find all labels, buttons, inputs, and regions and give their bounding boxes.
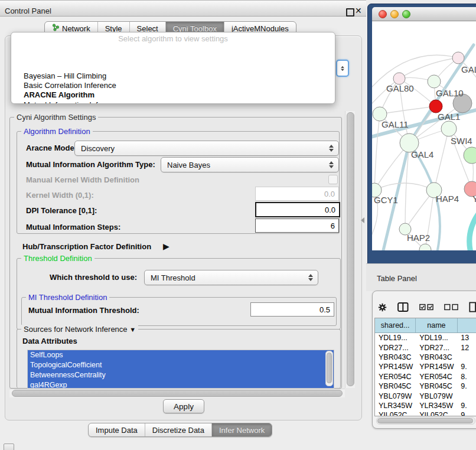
table-horizontal-scrollbar[interactable] [376, 417, 475, 425]
node-label: GCY1 [374, 195, 398, 205]
mi-threshold-label: Mutual Information Threshold: [28, 306, 139, 315]
node-label: HAP4 [436, 194, 459, 204]
table-body: YDL19...YDL19...13YDR27...YDR27...12YBR0… [375, 333, 476, 416]
threshold-definition-title: Threshold Definition [21, 254, 94, 263]
dropdown-item[interactable]: Bayesian – Hill Climbing [24, 71, 106, 80]
data-attributes-list[interactable]: SelfLoopsTopologicalCoefficientBetweenne… [27, 350, 334, 389]
table-cell: YDL19... [416, 334, 457, 342]
zoom-traffic-light-icon[interactable] [402, 10, 410, 18]
bottom-tab-infer-network[interactable]: Infer Network [212, 423, 272, 436]
mi-steps-label: Mutual Information Steps: [26, 223, 120, 231]
float-window-icon[interactable] [346, 8, 354, 17]
table-scrollbar-thumb[interactable] [377, 418, 473, 423]
dropdown-item[interactable]: Basic Correlation Inference [24, 81, 116, 90]
table-row[interactable]: YLR345WYLR345W9. [375, 401, 476, 410]
table-row[interactable]: YBR043CYBR043C [375, 353, 476, 362]
aracne-mode-label: Aracne Mode: [26, 144, 77, 152]
network-node-gal[interactable] [452, 52, 464, 64]
table-cell: 13 [457, 334, 476, 342]
table-cell: YLR345W [416, 402, 457, 410]
kernel-width-field[interactable]: 0.0 [255, 187, 339, 201]
network-canvas[interactable]: GALGAL80GAL10GAL1GAL11SWI4GAL4GCY1HAP4YH… [372, 21, 476, 250]
table-cell: YDR27... [416, 344, 457, 352]
network-edge[interactable] [374, 183, 434, 190]
sources-group-title: Sources for Network Inference ▼ [21, 325, 138, 334]
table-row[interactable]: YBR045CYBR045C9. [375, 381, 476, 391]
mi-steps-value: 6 [331, 221, 338, 230]
dpi-tolerance-label: DPI Tolerance [0,1]: [26, 206, 97, 215]
hub-expand-arrow-icon[interactable]: ▶ [163, 242, 169, 251]
settings-horizontal-scrollbar[interactable] [9, 389, 345, 397]
table-row[interactable]: YBL079WYBL079W [375, 391, 476, 400]
bottom-tab-impute-data[interactable]: Impute Data [89, 423, 145, 436]
dropdown-item[interactable]: ARACNE Algorithm [24, 90, 94, 99]
column-header[interactable] [458, 318, 476, 332]
node-label: Y [472, 194, 476, 204]
kernel-width-label: Kernel Width (0,1): [26, 191, 94, 200]
gear-icon[interactable] [378, 302, 387, 312]
dpi-tolerance-value: 0.0 [325, 206, 339, 214]
attributes-scrollbar[interactable] [325, 351, 333, 386]
network-edge[interactable] [374, 114, 380, 190]
apply-button[interactable]: Apply [163, 399, 204, 413]
mi-steps-field[interactable]: 6 [255, 219, 339, 233]
table-row[interactable]: YDR27...YDR27...12 [375, 343, 476, 352]
close-icon[interactable]: ✕ [355, 6, 362, 15]
collapse-arrow-icon[interactable]: ▼ [129, 326, 136, 333]
network-node[interactable] [464, 147, 476, 164]
settings-vertical-scrollbar-thumb[interactable] [347, 112, 354, 386]
table-cell: 9. [457, 402, 476, 410]
mi-type-value: Naive Bayes [161, 161, 329, 169]
hub-definition-label: Hub/Transcription Factor Definition [22, 242, 151, 251]
network-window-titlebar[interactable] [372, 7, 476, 21]
settings-horizontal-scrollbar-thumb[interactable] [12, 390, 343, 397]
document-icon[interactable] [469, 301, 476, 313]
network-node[interactable] [419, 244, 431, 250]
table-cell: YBR043C [416, 353, 457, 361]
window-title: Control Panel [5, 6, 51, 15]
node-label: HAP2 [407, 233, 430, 243]
network-edge[interactable] [434, 129, 449, 190]
mi-type-combo[interactable]: Naive Bayes [161, 157, 339, 172]
column-header[interactable]: name [416, 318, 457, 332]
split-columns-icon[interactable] [397, 302, 409, 312]
network-node-swi4[interactable] [441, 121, 457, 136]
settings-group-title: Cyni Algorithm Settings [14, 113, 98, 122]
table-row[interactable]: YIL052CYIL052C9 [375, 410, 476, 416]
dropdown-item[interactable]: Mutual Information Inference [24, 100, 121, 104]
attribute-item[interactable]: SelfLoops [28, 350, 334, 360]
network-node-gal80[interactable] [393, 73, 405, 84]
combo-arrows-icon [329, 161, 334, 168]
panel-corner-button[interactable] [4, 444, 14, 450]
manual-kernel-checkbox[interactable] [328, 175, 338, 184]
which-threshold-combo[interactable]: MI Threshold [144, 270, 318, 285]
mi-threshold-field[interactable]: 0.5 [250, 302, 334, 317]
table-row[interactable]: YER054CYER054C8. [375, 372, 476, 381]
minimize-traffic-light-icon[interactable] [390, 10, 399, 18]
close-traffic-light-icon[interactable] [379, 10, 387, 18]
attribute-item[interactable]: TopologicalCoefficient [28, 360, 334, 370]
kernel-width-value: 0.0 [324, 190, 338, 198]
node-table[interactable]: shared...name YDL19...YDL19...13YDR27...… [374, 318, 476, 416]
unchecked-checkboxes-icon[interactable] [444, 304, 458, 311]
table-row[interactable]: YPR145WYPR145W9. [375, 362, 476, 371]
table-panel-title: Table Panel [377, 274, 417, 283]
node-label: GAL10 [436, 88, 464, 98]
inference-algorithm-combo-fragment[interactable] [336, 60, 349, 77]
network-node-gal10[interactable] [428, 75, 441, 88]
attributes-scrollbar-thumb[interactable] [327, 353, 332, 383]
attribute-item[interactable]: BetweennessCentrality [28, 370, 334, 380]
table-row[interactable]: YDL19...YDL19...13 [375, 333, 476, 343]
dpi-tolerance-field[interactable]: 0.0 [255, 202, 340, 217]
node-label: GAL1 [438, 112, 460, 122]
splitter-grip-icon[interactable] [361, 217, 364, 223]
bottom-tab-discretize-data[interactable]: Discretize Data [145, 423, 212, 436]
checked-checkboxes-icon[interactable] [419, 304, 433, 311]
settings-vertical-scrollbar[interactable] [345, 111, 355, 388]
network-edge[interactable] [470, 209, 476, 250]
attribute-item[interactable]: gal4RGexp [28, 380, 334, 389]
column-header[interactable]: shared... [375, 318, 416, 332]
network-node-gal1[interactable] [429, 100, 442, 113]
aracne-mode-combo[interactable]: Discovery [74, 141, 339, 156]
table-cell: 9. [457, 363, 476, 371]
